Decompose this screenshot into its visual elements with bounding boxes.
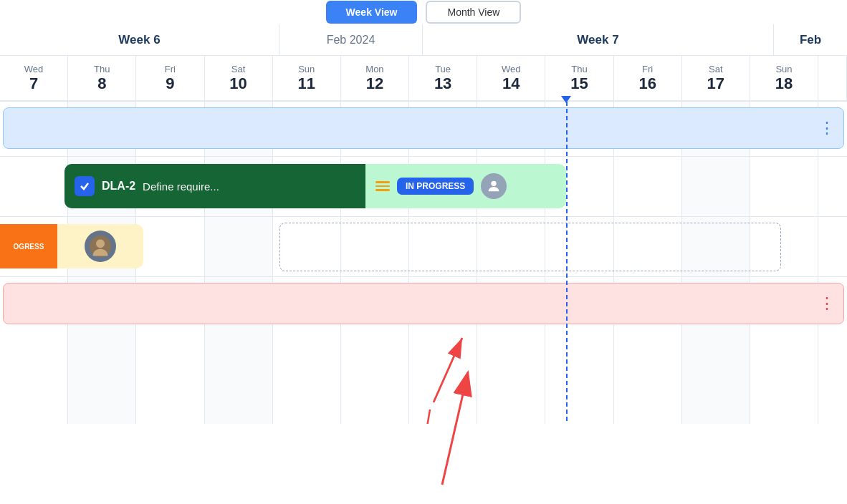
week-header-row: Week 6 Feb 2024 Week 7 Feb (0, 24, 847, 56)
page-root: Week View Month View Week 6 Feb 2024 Wee… (0, 0, 847, 504)
checkmark-icon (79, 180, 90, 192)
day-name: Tue (435, 64, 451, 74)
day-name: Sat (709, 64, 723, 74)
feb2024-header: Feb 2024 (279, 24, 423, 55)
task-row-orange: OGRESS (0, 216, 847, 276)
day-header-thu8: Thu 8 (68, 56, 136, 100)
day-header-sun18: Sun 18 (750, 56, 818, 100)
day-num: 15 (570, 74, 588, 93)
day-name: Sat (231, 64, 246, 74)
month-view-button[interactable]: Month View (426, 1, 521, 24)
in-progress-label-orange: OGRESS (11, 241, 47, 252)
day-num: 14 (502, 74, 520, 93)
day-name: Fri (165, 64, 176, 74)
day-header-partial (818, 56, 847, 100)
day-num: 16 (638, 74, 656, 93)
day-name: Sun (775, 64, 792, 74)
day-header-sun11: Sun 11 (273, 56, 341, 100)
day-num: 7 (29, 74, 38, 93)
task-row-dla2: DLA-2 Define require... IN PROGRESS (0, 156, 847, 216)
day-num: 8 (97, 74, 106, 93)
week7-header: Week 7 (423, 24, 774, 55)
day-name: Wed (24, 64, 44, 74)
day-num: 13 (434, 74, 451, 93)
day-name: Mon (365, 64, 383, 74)
day-num: 12 (366, 74, 383, 93)
task-title-label: Define require... (143, 180, 219, 193)
day-name: Thu (94, 64, 110, 74)
red-bar: ⋮ (3, 283, 844, 324)
day-num: 18 (775, 74, 793, 93)
day-name: Thu (571, 64, 587, 74)
avatar-photo (85, 231, 116, 262)
day-num: 9 (166, 74, 174, 93)
user-icon (486, 178, 502, 194)
top-bar: Week View Month View (0, 0, 847, 24)
task-bar-light[interactable]: IN PROGRESS (365, 164, 566, 208)
week6-header: Week 6 (0, 24, 279, 55)
days-header-row: Wed 7 Thu 8 Fri 9 Sat 10 Sun 11 Mon 12 T… (0, 56, 847, 102)
avatar-generic (481, 173, 507, 199)
svg-point-0 (492, 181, 497, 186)
day-header-tue13: Tue 13 (409, 56, 477, 100)
red-bar-row: ⋮ (0, 276, 847, 331)
day-header-mon12: Mon 12 (341, 56, 409, 100)
day-num: 10 (229, 74, 247, 93)
day-header-wed14: Wed 14 (477, 56, 545, 100)
blue-bar: ⋮ (3, 107, 844, 149)
hamburger-icon[interactable] (375, 181, 390, 191)
day-name: Fri (642, 64, 653, 74)
day-header-sat17: Sat 17 (682, 56, 750, 100)
task-bar-orange[interactable]: OGRESS (0, 224, 57, 268)
week-view-button[interactable]: Week View (326, 1, 418, 24)
day-header-thu15: Thu 15 (545, 56, 613, 100)
day-header-fri9: Fri 9 (136, 56, 204, 100)
task-checkbox-icon[interactable] (75, 176, 95, 196)
day-name: Sun (298, 64, 315, 74)
person-photo-icon (90, 236, 111, 257)
blue-bar-dots[interactable]: ⋮ (819, 119, 835, 137)
day-header-fri16: Fri 16 (614, 56, 682, 100)
grid-body: ⋮ DLA-2 Define require... IN PROGRESS (0, 102, 847, 424)
svg-point-2 (96, 239, 105, 248)
day-header-wed7: Wed 7 (0, 56, 68, 100)
feb-partial-header: Feb (774, 24, 847, 55)
blue-bar-row: ⋮ (0, 102, 847, 156)
day-num: 11 (298, 74, 315, 93)
task-id-label: DLA-2 (102, 180, 135, 193)
day-name: Wed (502, 64, 521, 74)
day-header-sat10: Sat 10 (205, 56, 273, 100)
dashed-placeholder-box (279, 223, 781, 271)
day-num: 17 (707, 74, 724, 93)
in-progress-badge: IN PROGRESS (397, 178, 474, 195)
red-bar-dots[interactable]: ⋮ (819, 294, 835, 313)
task-bar-dark[interactable]: DLA-2 Define require... (64, 164, 365, 208)
task-bar-yellow[interactable] (57, 224, 143, 268)
